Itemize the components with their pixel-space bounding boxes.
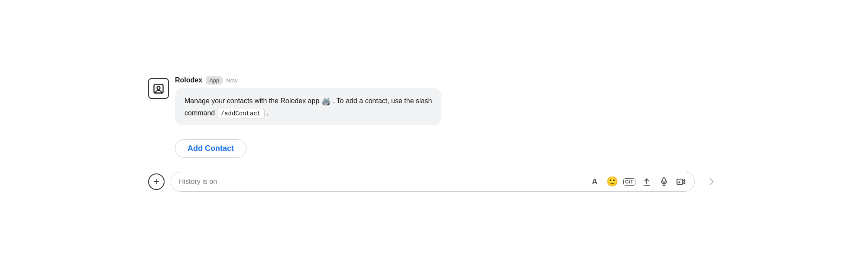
body-text-3: command xyxy=(185,109,215,117)
toolbar-icons: A 🙂 GIF xyxy=(589,176,687,187)
app-badge: App xyxy=(206,76,223,85)
svg-point-1 xyxy=(157,86,160,89)
message-row: Rolodex App Now Manage your contacts wit… xyxy=(148,76,720,125)
avatar xyxy=(148,78,169,99)
message-header: Rolodex App Now xyxy=(175,76,720,85)
format-text-icon[interactable]: A xyxy=(589,176,600,187)
body-text-4: . xyxy=(267,109,269,117)
sender-name: Rolodex xyxy=(175,76,202,84)
mic-icon[interactable] xyxy=(659,176,669,187)
slash-command: /addContact xyxy=(217,109,265,118)
input-row: + A 🙂 GIF xyxy=(148,172,720,192)
plus-icon: + xyxy=(154,176,159,187)
add-contact-button[interactable]: Add Contact xyxy=(175,139,246,158)
timestamp: Now xyxy=(226,77,237,84)
upload-icon[interactable] xyxy=(641,176,652,187)
plus-button[interactable]: + xyxy=(148,173,165,190)
emoji-icon[interactable]: 🙂 xyxy=(607,176,617,187)
video-add-icon[interactable] xyxy=(676,176,687,187)
send-button[interactable] xyxy=(703,173,720,190)
chat-container: Rolodex App Now Manage your contacts wit… xyxy=(131,68,737,200)
message-content: Rolodex App Now Manage your contacts wit… xyxy=(175,76,720,125)
gif-icon[interactable]: GIF xyxy=(624,176,635,187)
message-input[interactable] xyxy=(179,178,583,186)
rolodex-emoji: 🖨️ xyxy=(321,95,331,108)
message-bubble: Manage your contacts with the Rolodex ap… xyxy=(175,88,441,125)
body-text-2: . To add a contact, use the slash xyxy=(333,97,432,104)
svg-rect-2 xyxy=(663,178,665,183)
body-text-1: Manage your contacts with the Rolodex ap… xyxy=(185,97,319,104)
input-bar: A 🙂 GIF xyxy=(171,172,695,192)
